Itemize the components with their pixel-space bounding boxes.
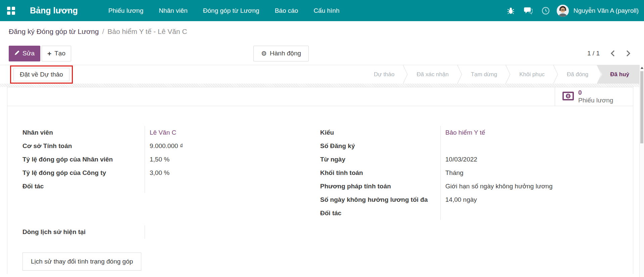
tab-contribution-history[interactable]: Lịch sử thay đổi tình trạng đóng góp	[22, 252, 141, 271]
breadcrumb-current: Bảo hiểm Y tế - Lê Văn C	[107, 28, 187, 36]
step-tam-dung[interactable]: Tạm dừng	[462, 65, 505, 84]
statusbar: Đặt về Dự thảo Dự thảo Đã xác nhận Tạm d…	[0, 65, 639, 84]
svg-text:0: 0	[567, 94, 569, 98]
chevron-separator-icon	[553, 65, 558, 84]
field-row: Đối tác	[320, 206, 633, 220]
field-value: 10/03/2022	[440, 153, 633, 166]
user-name[interactable]: Nguyễn Văn A (payroll)	[574, 7, 639, 14]
activities-clock-icon[interactable]	[539, 4, 552, 17]
menu-nhan-vien[interactable]: Nhân viên	[152, 4, 194, 18]
field-row: Nhân viên Lê Văn C	[22, 126, 320, 139]
create-button-label: Tạo	[54, 50, 65, 57]
field-row: Phương pháp tính toán Giới hạn số ngày k…	[320, 180, 633, 193]
type-link[interactable]: Bảo hiểm Y tế	[445, 129, 485, 136]
main-menu: Phiếu lương Nhân viên Đóng góp từ Lương …	[102, 4, 346, 18]
field-row: Tỷ lệ đóng góp của Nhân viên 1,50 %	[22, 153, 320, 166]
messages-icon[interactable]	[522, 4, 535, 17]
field-value: 3,00 %	[145, 166, 320, 180]
right-field-group: Kiểu Bảo hiểm Y tế Số Đăng ký Từ ngày 10…	[320, 126, 633, 220]
field-row: Đối tác	[22, 180, 320, 193]
field-value: Giới hạn số ngày không hưởng lương	[440, 180, 633, 193]
chevron-separator-icon	[403, 65, 408, 84]
set-to-draft-button[interactable]: Đặt về Dự thảo	[13, 68, 69, 81]
pager-next-icon[interactable]	[626, 50, 631, 57]
step-da-huy-active[interactable]: Đã huỷ	[597, 65, 639, 84]
navbar-systray: Nguyễn Văn A (payroll)	[504, 4, 644, 17]
field-value: Tháng	[440, 166, 633, 180]
field-row: Cơ sở Tính toán 9.000.000 ₫	[22, 139, 320, 153]
field-label: Số ngày không hưởng lương tối đa	[320, 196, 440, 203]
menu-dong-gop[interactable]: Đóng góp từ Lương	[197, 4, 266, 18]
step-da-dong[interactable]: Đã đóng	[558, 65, 597, 84]
field-label: Kiểu	[320, 129, 440, 136]
action-button[interactable]: ⚙ Hành động	[253, 46, 309, 61]
scrollbar-up-arrow-icon[interactable]	[640, 65, 644, 71]
chevron-separator-icon	[505, 65, 511, 84]
pager: 1 / 1	[587, 50, 631, 57]
field-label: Phương pháp tính toán	[320, 183, 440, 190]
gear-icon: ⚙	[261, 50, 267, 57]
button-box: 0 0 Phiếu lương	[7, 87, 633, 106]
form-sheet: 0 0 Phiếu lương Nhân viên Lê Văn C Cơ sở…	[7, 87, 633, 274]
field-label: Số Đăng ký	[320, 142, 440, 150]
menu-bao-cao[interactable]: Báo cáo	[268, 4, 305, 18]
field-label: Đối tác	[22, 183, 145, 190]
payslip-label: Phiếu lương	[578, 97, 613, 104]
statusbar-steps: Dự thảo Đã xác nhận Tạm dừng Khôi phục Đ…	[365, 65, 639, 84]
field-value	[145, 180, 320, 193]
breadcrumb: Đăng ký Đóng góp từ Lương / Bảo hiểm Y t…	[0, 21, 644, 42]
chevron-separator-icon	[457, 65, 462, 84]
step-du-thao[interactable]: Dự thảo	[365, 65, 403, 84]
money-bill-icon: 0	[562, 92, 574, 102]
step-khoi-phuc[interactable]: Khôi phục	[511, 65, 553, 84]
create-button[interactable]: + Tạo	[42, 46, 71, 61]
edit-button[interactable]: Sửa	[9, 46, 40, 61]
step-da-xac-nhan[interactable]: Đã xác nhận	[408, 65, 457, 84]
field-row: Kiểu Bảo hiểm Y tế	[320, 126, 633, 139]
payslips-stat-button[interactable]: 0 0 Phiếu lương	[555, 87, 633, 106]
apps-menu-icon[interactable]	[7, 7, 15, 15]
field-label: Dòng lịch sử hiện tại	[22, 228, 145, 236]
field-value: 14,00 ngày	[440, 193, 633, 206]
breadcrumb-separator: /	[102, 28, 104, 36]
scrollbar-thumb[interactable]	[640, 71, 643, 143]
plus-icon: +	[47, 50, 51, 57]
field-row: Dòng lịch sử hiện tại	[22, 225, 320, 239]
user-avatar[interactable]	[557, 5, 569, 17]
field-row: Tỷ lệ đóng góp của Công ty 3,00 %	[22, 166, 320, 180]
menu-phieu-luong[interactable]: Phiếu lương	[102, 4, 150, 18]
action-button-label: Hành động	[270, 50, 301, 57]
pager-previous-icon[interactable]	[610, 50, 615, 57]
field-row: Từ ngày 10/03/2022	[320, 153, 633, 166]
field-row: Số Đăng ký	[320, 139, 633, 153]
field-label: Đối tác	[320, 210, 440, 217]
breadcrumb-parent-link[interactable]: Đăng ký Đóng góp từ Lương	[9, 28, 99, 36]
vertical-scrollbar[interactable]	[639, 65, 644, 277]
field-row: Khối tính toán Tháng	[320, 166, 633, 180]
edit-button-label: Sửa	[22, 50, 35, 57]
sheet-background-hatch	[0, 84, 644, 87]
notebook-tabs: Lịch sử thay đổi tình trạng đóng góp	[22, 252, 633, 271]
pager-count: 1 / 1	[587, 50, 600, 57]
left-field-group: Nhân viên Lê Văn C Cơ sở Tính toán 9.000…	[7, 126, 320, 220]
annotation-highlight-box: Đặt về Dự thảo	[10, 65, 73, 84]
field-value	[440, 139, 633, 153]
field-label: Tỷ lệ đóng góp của Công ty	[22, 169, 145, 177]
pencil-icon	[14, 50, 19, 57]
field-value: 9.000.000 ₫	[145, 139, 320, 153]
field-label: Cơ sở Tính toán	[22, 142, 145, 150]
field-row: Số ngày không hưởng lương tối đa 14,00 n…	[320, 193, 633, 206]
field-label: Tỷ lệ đóng góp của Nhân viên	[22, 156, 145, 163]
history-field-group: Dòng lịch sử hiện tại	[7, 225, 633, 239]
payslip-count: 0	[578, 89, 613, 97]
field-value	[145, 225, 320, 239]
menu-cau-hinh[interactable]: Cấu hình	[307, 4, 346, 18]
field-label: Khối tính toán	[320, 169, 440, 177]
app-title[interactable]: Bảng lương	[30, 6, 78, 15]
employee-link[interactable]: Lê Văn C	[150, 129, 176, 136]
field-value: 1,50 %	[145, 153, 320, 166]
control-panel: Sửa + Tạo ⚙ Hành động 1 / 1	[0, 42, 644, 65]
field-value	[440, 206, 633, 220]
field-label: Từ ngày	[320, 156, 440, 163]
debug-bug-icon[interactable]	[504, 4, 517, 17]
